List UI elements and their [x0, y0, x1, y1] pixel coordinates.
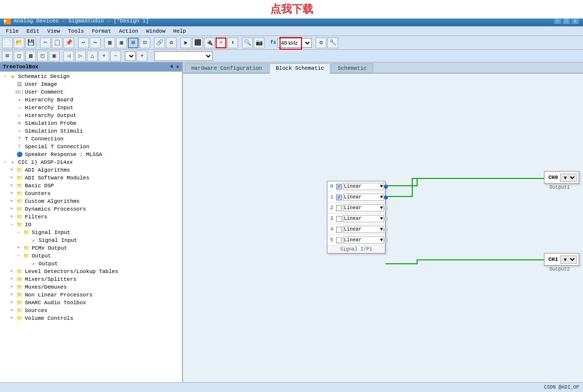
tree-node-21[interactable]: ↗ Signal Input	[0, 236, 182, 244]
menu-edit[interactable]: Edit	[22, 27, 43, 35]
stop-button[interactable]: ⬛	[192, 38, 203, 48]
tb2-btn7[interactable]: ▷	[75, 51, 86, 61]
row-check-4[interactable]	[336, 227, 342, 233]
menu-window[interactable]: Window	[142, 27, 169, 35]
open-button[interactable]: 📂	[14, 38, 24, 48]
menu-file[interactable]: File	[2, 27, 22, 35]
row-select-0[interactable]: Linear ▼	[343, 183, 384, 190]
tb2-btn4[interactable]: ◰	[37, 51, 48, 61]
ch1-select[interactable]: ▼	[560, 255, 577, 264]
tree-node-13[interactable]: + 📁 ADI Software Modules	[0, 174, 182, 182]
tree-node-24[interactable]: ↗ Output	[0, 260, 182, 268]
tb2-btn5[interactable]: ▣	[49, 51, 60, 61]
settings-button[interactable]: ⚙	[316, 38, 326, 48]
menu-format[interactable]: Format	[88, 27, 115, 35]
tree-node-2[interactable]: ab| User Comment	[0, 88, 182, 96]
tb2-btn8[interactable]: △	[87, 51, 98, 61]
row-select-1[interactable]: Linear ▼	[343, 194, 384, 201]
tree-node-28[interactable]: + 📁 Non Linear Processors	[0, 291, 182, 299]
link-button[interactable]: 🔗	[154, 38, 165, 48]
row-select-3[interactable]: Linear ▼	[343, 215, 384, 222]
tree-node-31[interactable]: + 📁 Volume Controls	[0, 314, 182, 322]
tree-node-3[interactable]: ▪ Hierarchy Board	[0, 96, 182, 104]
tree-node-8[interactable]: T T Connection	[0, 135, 182, 143]
tb2-select2[interactable]	[154, 51, 213, 61]
paste-button[interactable]: 📌	[63, 38, 74, 48]
layout-button[interactable]: ▣	[116, 38, 127, 48]
tree-node-0[interactable]: − ◆ Schematic Design	[0, 73, 182, 80]
new-button[interactable]: 📄	[2, 38, 13, 48]
tab-schematic[interactable]: Schematic	[331, 63, 373, 73]
tab-hardware-config[interactable]: Hardware Configuration	[185, 63, 268, 73]
row-select-5[interactable]: Linear ▼	[343, 236, 384, 244]
cut-button[interactable]: ✂	[40, 38, 51, 48]
tree-node-7[interactable]: ≈ Simulation Stimuli	[0, 127, 182, 135]
tree-node-5[interactable]: ← Hierarchy Output	[0, 112, 182, 119]
tree-node-26[interactable]: + 📁 Mixers/Splitters	[0, 275, 182, 283]
ch0-select[interactable]: ▼	[560, 174, 577, 182]
tree-node-27[interactable]: + 📁 Muxes/Demuxes	[0, 283, 182, 291]
menu-view[interactable]: View	[43, 27, 64, 35]
tree-node-30[interactable]: + 📁 Sources	[0, 307, 182, 314]
select-button[interactable]: ⊞	[128, 38, 139, 48]
row-check-1[interactable]: ✓	[336, 195, 342, 200]
run-button[interactable]: ▶	[181, 38, 191, 48]
tb2-btn1[interactable]: ⊞	[2, 51, 13, 61]
extra-button[interactable]: 🔧	[327, 38, 338, 48]
minimize-button[interactable]: ─	[554, 18, 562, 24]
tree-node-18[interactable]: + 📁 Filters	[0, 213, 182, 221]
undo-button[interactable]: ↩	[78, 38, 89, 48]
tree-node-9[interactable]: T Special T Connection	[0, 143, 182, 151]
capture-button[interactable]: 📷	[254, 38, 264, 48]
tree-pin-icon[interactable]: ♦	[170, 64, 173, 70]
tree-node-16[interactable]: + 📁 Custom Algorithms	[0, 197, 182, 205]
tree-node-12[interactable]: + 📁 ADI Algorithms	[0, 166, 182, 174]
tree-node-19[interactable]: − 📁 IO	[0, 221, 182, 229]
row-select-2[interactable]: Linear ▼	[343, 204, 384, 212]
tb2-dropdown[interactable]	[125, 51, 136, 61]
tree-node-4[interactable]: → Hierarchy Input	[0, 104, 182, 112]
grid-button[interactable]: ▦	[104, 38, 115, 48]
node-icon-4: →	[16, 104, 23, 111]
tree-node-17[interactable]: + 📁 Dynamics Processors	[0, 205, 182, 213]
tb2-add-button[interactable]: +	[137, 51, 147, 61]
tb2-btn3[interactable]: ▩	[25, 51, 36, 61]
tree-close-icon[interactable]: ✕	[176, 64, 179, 70]
menu-help[interactable]: Help	[169, 27, 190, 35]
zoom-fit-button[interactable]: ⊡	[140, 38, 150, 48]
tb2-btn9[interactable]: +	[99, 51, 109, 61]
tab-block-schematic[interactable]: Block Schematic	[269, 63, 330, 74]
connect-button[interactable]: 🔌	[204, 38, 215, 48]
config-button[interactable]: ⚙	[166, 38, 177, 48]
compile-button[interactable]: ⚡	[216, 38, 226, 48]
row-check-5[interactable]	[336, 237, 342, 243]
tree-node-20[interactable]: − 📁 Signal Input	[0, 229, 182, 236]
copy-button[interactable]: 📋	[52, 38, 62, 48]
tree-node-25[interactable]: + 📁 Level Detectors/Lookup Tables	[0, 268, 182, 275]
tree-node-15[interactable]: + 📁 Counters	[0, 190, 182, 197]
maximize-button[interactable]: □	[563, 18, 570, 24]
row-check-0[interactable]: ✓	[336, 184, 342, 190]
menu-tools[interactable]: Tools	[64, 27, 88, 35]
tree-node-23[interactable]: − 📁 Output	[0, 252, 182, 260]
row-select-4[interactable]: Linear ▼	[343, 226, 384, 233]
freq-dropdown[interactable]: 48 kHz 44.1 kHz 96 kHz 192 kHz	[278, 38, 312, 48]
redo-button[interactable]: ↪	[90, 38, 101, 48]
close-button[interactable]: ✕	[571, 18, 579, 24]
tree-node-14[interactable]: + 📁 Basic DSP	[0, 182, 182, 190]
tree-node-10[interactable]: 🔵 Speaker Response : MLSSA	[0, 151, 182, 158]
save-button[interactable]: 💾	[25, 38, 36, 48]
menu-action[interactable]: Action	[115, 27, 142, 35]
probe-button[interactable]: 🔍	[242, 38, 253, 48]
download-button[interactable]: ⬇	[227, 38, 238, 48]
tb2-btn10[interactable]: −	[110, 51, 121, 61]
row-check-2[interactable]	[336, 205, 342, 211]
tb2-btn6[interactable]: ◁	[63, 51, 74, 61]
tree-node-1[interactable]: 🖼 User Image	[0, 80, 182, 88]
tb2-btn2[interactable]: ◫	[14, 51, 24, 61]
tree-node-22[interactable]: + 📁 PCMx Output	[0, 244, 182, 252]
tree-node-29[interactable]: + 📁 SHARC Audio Toolbox	[0, 299, 182, 307]
tree-node-11[interactable]: − ▪ CIC 1) ADSP-214xx	[0, 158, 182, 166]
tree-node-6[interactable]: ✖ Simulation Probe	[0, 119, 182, 127]
row-check-3[interactable]	[336, 216, 342, 222]
